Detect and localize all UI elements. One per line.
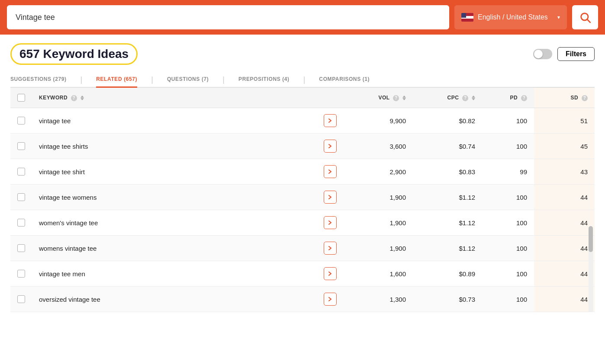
row-keyword-cell: womens vintage tee bbox=[32, 236, 344, 261]
row-pd: 100 bbox=[482, 236, 534, 261]
row-cpc: $0.83 bbox=[413, 159, 482, 185]
tab-divider-2: | bbox=[151, 75, 153, 84]
row-cpc: $0.74 bbox=[413, 134, 482, 159]
row-checkbox[interactable] bbox=[17, 193, 25, 201]
chevron-down-icon: ▾ bbox=[557, 14, 560, 20]
title-row: 657 Keyword Ideas Filters bbox=[10, 43, 595, 65]
row-cpc: $1.12 bbox=[413, 210, 482, 236]
row-sd: 44 bbox=[534, 261, 595, 287]
row-checkbox-cell bbox=[10, 210, 32, 236]
filters-button[interactable]: Filters bbox=[557, 47, 595, 61]
table-body: vintage tee 9,900 $0.82 100 51 vintage t… bbox=[10, 108, 595, 312]
vol-help-icon[interactable]: ? bbox=[393, 95, 399, 101]
row-checkbox-cell bbox=[10, 159, 32, 185]
tab-comparisons[interactable]: COMPARISONS (1) bbox=[319, 72, 370, 88]
pd-help-icon[interactable]: ? bbox=[521, 95, 527, 101]
tab-suggestions[interactable]: SUGGESTIONS (279) bbox=[10, 72, 67, 88]
keyword-arrow-button[interactable] bbox=[324, 293, 337, 306]
table-container: KEYWORD ? VOL ? bbox=[10, 88, 595, 312]
tab-questions[interactable]: QUESTIONS (7) bbox=[167, 72, 209, 88]
keyword-text: oversized vintage tee bbox=[39, 296, 319, 303]
toggle-switch[interactable] bbox=[533, 49, 552, 59]
row-sd: 44 bbox=[534, 287, 595, 312]
row-checkbox-cell bbox=[10, 261, 32, 287]
keyword-text: vintage tee shirts bbox=[39, 143, 319, 150]
filters-row: Filters bbox=[533, 47, 595, 61]
keyword-arrow-button[interactable] bbox=[324, 165, 337, 178]
cpc-sort-icons[interactable] bbox=[472, 96, 475, 100]
tab-prepositions[interactable]: PREPOSITIONS (4) bbox=[238, 72, 290, 88]
row-pd: 100 bbox=[482, 261, 534, 287]
row-cpc: $0.82 bbox=[413, 108, 482, 134]
tab-related[interactable]: RELATED (657) bbox=[96, 72, 137, 88]
locale-selector[interactable]: English / United States ▾ bbox=[454, 5, 567, 29]
row-checkbox[interactable] bbox=[17, 142, 25, 150]
scrollbar-thumb[interactable] bbox=[589, 226, 593, 252]
keyword-text: womens vintage tee bbox=[39, 245, 319, 252]
th-keyword: KEYWORD ? bbox=[32, 88, 344, 108]
row-keyword-cell: women's vintage tee bbox=[32, 210, 344, 236]
row-pd: 100 bbox=[482, 134, 534, 159]
keyword-text: vintage tee shirt bbox=[39, 168, 319, 176]
row-keyword-cell: oversized vintage tee bbox=[32, 287, 344, 312]
row-vol: 1,900 bbox=[344, 210, 413, 236]
row-pd: 100 bbox=[482, 185, 534, 210]
cpc-help-icon[interactable]: ? bbox=[462, 95, 468, 101]
row-checkbox-cell bbox=[10, 108, 32, 134]
table-header-row: KEYWORD ? VOL ? bbox=[10, 88, 595, 108]
keyword-text: vintage tee men bbox=[39, 270, 319, 278]
row-checkbox-cell bbox=[10, 134, 32, 159]
row-checkbox[interactable] bbox=[17, 244, 25, 252]
row-sd: 44 bbox=[534, 210, 595, 236]
row-sd: 44 bbox=[534, 185, 595, 210]
row-sd: 43 bbox=[534, 159, 595, 185]
row-vol: 1,300 bbox=[344, 287, 413, 312]
keyword-arrow-button[interactable] bbox=[324, 191, 337, 204]
keyword-sort-icons[interactable] bbox=[80, 96, 84, 100]
keyword-arrow-button[interactable] bbox=[324, 114, 337, 127]
sd-help-icon[interactable]: ? bbox=[582, 95, 588, 101]
search-icon bbox=[579, 11, 591, 23]
row-vol: 2,900 bbox=[344, 159, 413, 185]
row-checkbox-cell bbox=[10, 236, 32, 261]
table-row: women's vintage tee 1,900 $1.12 100 44 bbox=[10, 210, 595, 236]
row-checkbox[interactable] bbox=[17, 270, 25, 278]
scrollbar-track[interactable] bbox=[589, 226, 593, 312]
keyword-table: KEYWORD ? VOL ? bbox=[10, 88, 595, 312]
header: English / United States ▾ bbox=[0, 0, 605, 35]
table-row: womens vintage tee 1,900 $1.12 100 44 bbox=[10, 236, 595, 261]
keyword-arrow-button[interactable] bbox=[324, 140, 337, 153]
row-checkbox-cell bbox=[10, 185, 32, 210]
keyword-help-icon[interactable]: ? bbox=[71, 95, 77, 101]
svg-line-1 bbox=[587, 19, 590, 22]
search-button[interactable] bbox=[572, 5, 598, 29]
tabs-bar: SUGGESTIONS (279) | RELATED (657) | QUES… bbox=[10, 72, 595, 88]
th-cpc: CPC ? bbox=[413, 88, 482, 108]
table-row: vintage tee shirts 3,600 $0.74 100 45 bbox=[10, 134, 595, 159]
tab-divider-1: | bbox=[80, 75, 83, 84]
vol-sort-icons[interactable] bbox=[402, 96, 406, 100]
keyword-ideas-title: 657 Keyword Ideas bbox=[10, 43, 138, 65]
keyword-arrow-button[interactable] bbox=[324, 216, 337, 229]
row-checkbox[interactable] bbox=[17, 168, 25, 176]
select-all-checkbox[interactable] bbox=[17, 94, 25, 102]
row-checkbox[interactable] bbox=[17, 295, 25, 303]
row-sd: 45 bbox=[534, 134, 595, 159]
keyword-arrow-button[interactable] bbox=[324, 267, 337, 280]
tab-divider-4: | bbox=[303, 75, 306, 84]
row-vol: 1,600 bbox=[344, 261, 413, 287]
table-row: vintage tee shirt 2,900 $0.83 99 43 bbox=[10, 159, 595, 185]
row-vol: 9,900 bbox=[344, 108, 413, 134]
row-sd: 44 bbox=[534, 236, 595, 261]
table-row: vintage tee men 1,600 $0.89 100 44 bbox=[10, 261, 595, 287]
keyword-arrow-button[interactable] bbox=[324, 242, 337, 255]
table-row: vintage tee womens 1,900 $1.12 100 44 bbox=[10, 185, 595, 210]
table-row: vintage tee 9,900 $0.82 100 51 bbox=[10, 108, 595, 134]
row-cpc: $0.73 bbox=[413, 287, 482, 312]
content-area: 657 Keyword Ideas Filters SUGGESTIONS (2… bbox=[0, 35, 605, 312]
row-checkbox[interactable] bbox=[17, 117, 25, 125]
row-checkbox[interactable] bbox=[17, 219, 25, 227]
search-input[interactable] bbox=[7, 5, 449, 29]
keyword-text: vintage tee womens bbox=[39, 194, 319, 201]
row-pd: 100 bbox=[482, 210, 534, 236]
